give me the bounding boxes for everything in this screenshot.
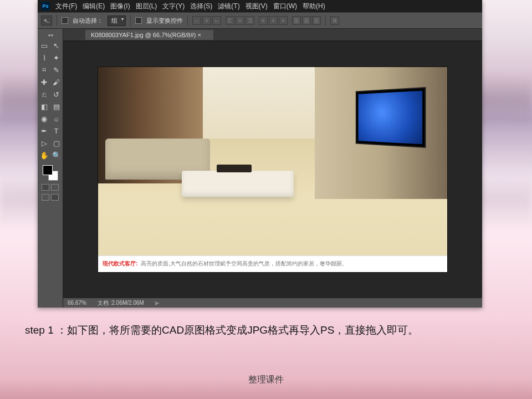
workspace: ◂◂ ▭ ↖ ⌇ ✦ ⌗ ✎ ✚ 🖌 ⎌ ↺ ◧ ▤ ◉ ☼ ✒ T ▷ ▢ ✋ [38, 29, 482, 308]
screen-mode-switch[interactable] [42, 194, 59, 201]
eraser-tool-icon[interactable]: ◧ [39, 101, 50, 112]
move-tool-preset-icon[interactable]: ↖. [41, 16, 52, 25]
canvas-area: K0808003YAF1.jpg @ 66.7%(RGB/8#) × [63, 29, 482, 308]
menu-bar: Ps 文件(F) 编辑(E) 图像(I) 图层(L) 文字(Y) 选择(S) 滤… [38, 0, 482, 12]
document-image: 现代欧式客厅: 高亮的质面,大气自然的石材纹理赋予空间高贵的气质，搭配简约的家居… [98, 67, 447, 272]
distribute-icon[interactable]: ||| [302, 16, 311, 25]
tray [217, 165, 252, 172]
options-bar: ↖. 自动选择： 组 显示变换控件 ⌐ ≡ ⌙ ⊏ ≡ ⊐ ≡ ≡ ≡ ||| … [38, 12, 482, 29]
align-h-icons: ⊏ ≡ ⊐ [226, 16, 254, 25]
distribute-icon[interactable]: ||| [292, 16, 301, 25]
marquee-tool-icon[interactable]: ▭ [39, 40, 50, 51]
collapse-icon[interactable]: ◂◂ [48, 32, 53, 38]
auto-select-dropdown[interactable]: 组 [108, 16, 126, 26]
show-transform-checkbox[interactable] [135, 17, 142, 24]
history-brush-icon[interactable]: ↺ [51, 89, 62, 100]
hand-tool-icon[interactable]: ✋ [39, 150, 50, 161]
document-tab-bar: K0808003YAF1.jpg @ 66.7%(RGB/8#) × [63, 29, 482, 41]
eyedropper-tool-icon[interactable]: ✎ [51, 64, 62, 75]
document-tab[interactable]: K0808003YAF1.jpg @ 66.7%(RGB/8#) × [85, 30, 213, 40]
step-instruction: step 1 ：如下图，将所需要的CAD原图格式变成JPG格式再导入PS，直接拖… [25, 321, 502, 339]
distribute-icon[interactable]: ||| [312, 16, 321, 25]
standard-mode-icon[interactable] [42, 184, 49, 191]
align-vcenter-icon[interactable]: ≡ [202, 16, 211, 25]
type-tool-icon[interactable]: T [51, 125, 62, 136]
divider [187, 15, 188, 26]
show-transform-label: 显示变换控件 [146, 17, 183, 25]
fg-color[interactable] [43, 165, 53, 175]
wand-tool-icon[interactable]: ✦ [51, 52, 62, 63]
stamp-tool-icon[interactable]: ⎌ [39, 89, 50, 100]
status-arrow-icon[interactable]: ▶ [155, 300, 160, 306]
screen-mode-icon[interactable] [42, 194, 49, 201]
align-hcenter-icon[interactable]: ≡ [236, 16, 244, 25]
align-left-icon[interactable]: ⊏ [226, 16, 234, 25]
ottoman [182, 171, 294, 197]
menu-filter[interactable]: 滤镜(T) [218, 2, 239, 11]
photoshop-window: Ps 文件(F) 编辑(E) 图像(I) 图层(L) 文字(Y) 选择(S) 滤… [38, 0, 482, 308]
shape-tool-icon[interactable]: ▢ [51, 137, 62, 149]
path-select-icon[interactable]: ▷ [39, 137, 50, 149]
crop-tool-icon[interactable]: ⌗ [39, 64, 50, 75]
move-tool-icon[interactable]: ↖ [51, 40, 62, 51]
room-render [98, 67, 447, 255]
status-bar: 66.67% 文档 :2.06M/2.06M ▶ [63, 298, 482, 308]
align-icons: ⌐ ≡ ⌙ [192, 16, 221, 25]
auto-select-label: 自动选择： [73, 17, 103, 25]
3d-mode-icon[interactable]: ⧉ [330, 16, 339, 25]
distribute-icons: ≡ ≡ ≡ [259, 16, 288, 25]
footer-text: 整理课件 [0, 374, 532, 386]
zoom-tool-icon[interactable]: 🔍 [51, 150, 62, 161]
divider [57, 15, 57, 26]
tools-panel: ◂◂ ▭ ↖ ⌇ ✦ ⌗ ✎ ✚ 🖌 ⎌ ↺ ◧ ▤ ◉ ☼ ✒ T ▷ ▢ ✋ [38, 29, 63, 308]
image-caption: 现代欧式客厅: 高亮的质面,大气自然的石材纹理赋予空间高贵的气质，搭配简约的家居… [98, 255, 447, 272]
caption-text: 高亮的质面,大气自然的石材纹理赋予空间高贵的气质，搭配简约的家居，奢华靓丽。 [141, 260, 443, 268]
heal-tool-icon[interactable]: ✚ [39, 76, 50, 88]
brush-tool-icon[interactable]: 🖌 [51, 76, 62, 88]
menu-file[interactable]: 文件(F) [55, 2, 77, 11]
gradient-tool-icon[interactable]: ▤ [51, 101, 62, 112]
caption-title: 现代欧式客厅: [103, 260, 137, 268]
quickmask-mode-icon[interactable] [51, 184, 59, 191]
align-top-icon[interactable]: ⌐ [192, 16, 201, 25]
blur-tool-icon[interactable]: ◉ [39, 113, 50, 124]
menu-window[interactable]: 窗口(W) [273, 2, 297, 11]
menu-type[interactable]: 文字(Y) [162, 2, 185, 11]
divider [130, 15, 131, 26]
menu-help[interactable]: 帮助(H) [303, 2, 325, 11]
quickmask-switch[interactable] [42, 184, 59, 191]
doc-info[interactable]: 文档 :2.06M/2.06M [98, 299, 144, 307]
pen-tool-icon[interactable]: ✒ [39, 125, 50, 136]
document-tab-label: K0808003YAF1.jpg @ 66.7%(RGB/8#) × [91, 32, 201, 38]
menu-select[interactable]: 选择(S) [190, 2, 212, 11]
menu-edit[interactable]: 编辑(E) [83, 2, 105, 11]
lasso-tool-icon[interactable]: ⌇ [39, 52, 50, 63]
color-swatch[interactable] [43, 165, 58, 181]
auto-select-checkbox[interactable] [62, 17, 68, 24]
distribute-icon[interactable]: ≡ [269, 16, 278, 25]
distribute-icon[interactable]: ≡ [259, 16, 268, 25]
tv [355, 87, 425, 148]
distribute-h-icons: ||| ||| ||| [292, 16, 321, 25]
ps-logo-icon: Ps [41, 2, 50, 11]
zoom-level[interactable]: 66.67% [68, 300, 86, 306]
menu-image[interactable]: 图像(I) [110, 2, 130, 11]
dodge-tool-icon[interactable]: ☼ [51, 113, 62, 124]
align-bottom-icon[interactable]: ⌙ [212, 16, 221, 25]
menu-layer[interactable]: 图层(L) [136, 2, 157, 11]
menu-view[interactable]: 视图(V) [245, 2, 268, 11]
canvas[interactable]: 现代欧式客厅: 高亮的质面,大气自然的石材纹理赋予空间高贵的气质，搭配简约的家居… [63, 41, 482, 298]
screen-mode-icon[interactable] [51, 194, 59, 201]
align-right-icon[interactable]: ⊐ [245, 16, 254, 25]
divider [325, 15, 326, 26]
distribute-icon[interactable]: ≡ [279, 16, 288, 25]
